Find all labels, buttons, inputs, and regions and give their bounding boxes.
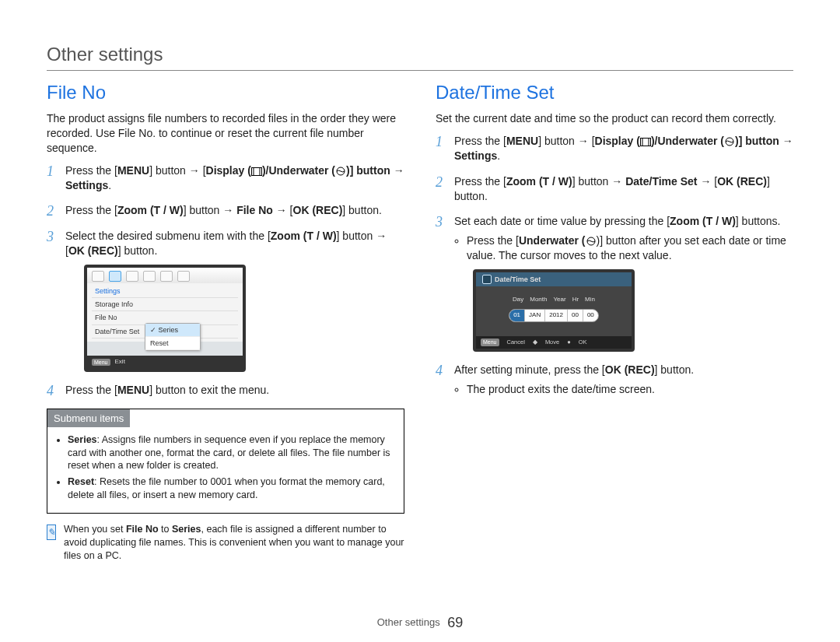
screen-title-bar: Date/Time Set: [476, 272, 632, 286]
submenu-popup: ✓ Series Reset: [145, 323, 201, 351]
arrow-icon: →: [189, 164, 200, 177]
section-title-file-no: File No: [47, 82, 404, 103]
cancel-label: Cancel: [507, 339, 525, 346]
value-month: JAN: [525, 310, 545, 321]
settings-menu-screenshot: Settings Storage Info File No Date/Time …: [84, 265, 246, 372]
tab-icon: [126, 271, 138, 282]
step-1: Press the [MENU] button → [Display ()/Un…: [47, 163, 404, 193]
submenu-item-series: Series: Assigns file numbers in sequence…: [68, 433, 394, 473]
popup-item-selected: ✓ Series: [145, 324, 200, 337]
popup-item: Reset: [145, 337, 200, 350]
check-icon: ✓: [150, 326, 156, 334]
menu-tag: Menu: [481, 339, 499, 346]
submenu-body: Series: Assigns file numbers in sequence…: [47, 427, 404, 513]
arrow-icon: →: [578, 135, 589, 147]
note-text: When you set File No to Series, each fil…: [64, 523, 404, 563]
right-column: Date/Time Set Set the current date and t…: [436, 82, 793, 563]
step-2: Press the [Zoom (T / W)] button → Date/T…: [436, 174, 793, 204]
tab-icon: [143, 271, 156, 282]
two-column-layout: File No The product assigns file numbers…: [47, 82, 793, 563]
arrow-icon: →: [782, 135, 793, 147]
display-icon: [251, 167, 262, 176]
arrow-icon: →: [222, 204, 233, 216]
tab-icon-active: [109, 271, 121, 282]
note-icon: ✎: [47, 524, 56, 540]
date-time-screenshot: Date/Time Set Day Month Year Hr Min: [473, 269, 635, 352]
date-time-steps: Press the [MENU] button → [Display ()/Un…: [436, 134, 793, 397]
date-time-values: 01 JAN 2012 00 00: [509, 309, 599, 322]
menu-row: Storage Info: [92, 298, 238, 311]
sub-bullet: The product exits the date/time screen.: [467, 382, 793, 397]
left-column: File No The product assigns file numbers…: [47, 82, 404, 563]
move-icon: ◆: [533, 339, 537, 346]
arrow-icon: →: [376, 230, 387, 242]
submenu-items-box: Submenu items Series: Assigns file numbe…: [47, 409, 404, 514]
submenu-heading: Submenu items: [47, 409, 130, 427]
arrow-icon: →: [276, 204, 287, 216]
value-day-selected: 01: [509, 310, 525, 321]
svg-rect-3: [640, 138, 650, 146]
screen-footer: Menu Cancel ◆ Move ● OK: [476, 336, 632, 349]
date-time-labels: Day Month Year Hr Min: [482, 296, 625, 304]
section-title-date-time: Date/Time Set: [436, 82, 793, 103]
screen-footer: Menu Exit: [87, 356, 243, 369]
tab-icons-row: [87, 268, 243, 283]
step-4: Press the [MENU] button to exit the menu…: [47, 383, 404, 398]
underwater-icon: [586, 237, 597, 246]
move-label: Move: [545, 339, 559, 346]
note: ✎ When you set File No to Series, each f…: [47, 523, 404, 563]
step-3: Select the desired submenu item with the…: [47, 229, 404, 371]
value-year: 2012: [545, 310, 568, 321]
arrow-icon: →: [611, 175, 622, 188]
screen-title: Date/Time Set: [495, 275, 541, 284]
menu-tag: Menu: [92, 359, 110, 366]
footer-label: Other settings: [377, 616, 440, 628]
submenu-item-reset: Reset: Resets the file number to 0001 wh…: [68, 475, 394, 502]
tab-icon: [160, 271, 173, 282]
display-icon: [640, 138, 651, 146]
value-min: 00: [583, 310, 598, 321]
ok-icon: ●: [567, 339, 571, 346]
tab-icon: [177, 271, 190, 282]
page-footer: Other settings 69: [0, 615, 840, 631]
svg-rect-4: [642, 138, 649, 146]
manual-page: Other settings File No The product assig…: [0, 0, 840, 642]
underwater-icon: [335, 167, 346, 176]
step-4: After setting minute, press the [OK (REC…: [436, 363, 793, 397]
arrow-icon: →: [700, 175, 711, 188]
underwater-icon: [724, 137, 735, 146]
ok-label: OK: [579, 339, 587, 346]
svg-rect-1: [254, 167, 260, 175]
arrow-icon: →: [394, 164, 404, 177]
step-3: Set each date or time value by pressing …: [436, 214, 793, 352]
date-time-intro: Set the current date and time so the pro…: [436, 111, 793, 126]
file-no-steps: Press the [MENU] button → [Display ()/Un…: [47, 163, 404, 398]
page-title: Other settings: [47, 44, 793, 71]
step-2: Press the [Zoom (T / W)] button → File N…: [47, 203, 404, 218]
menu-heading: Settings: [92, 285, 238, 298]
exit-label: Exit: [115, 358, 125, 367]
step-1: Press the [MENU] button → [Display ()/Un…: [436, 134, 793, 163]
value-hour: 00: [568, 310, 583, 321]
tab-icon: [92, 271, 104, 282]
file-no-intro: The product assigns file numbers to reco…: [47, 111, 404, 156]
sub-bullet: Press the [Underwater ()] button after y…: [467, 233, 793, 263]
svg-rect-0: [251, 167, 261, 175]
page-number: 69: [447, 615, 463, 630]
date-time-body: Day Month Year Hr Min 01 JAN 2012 00: [476, 286, 632, 336]
